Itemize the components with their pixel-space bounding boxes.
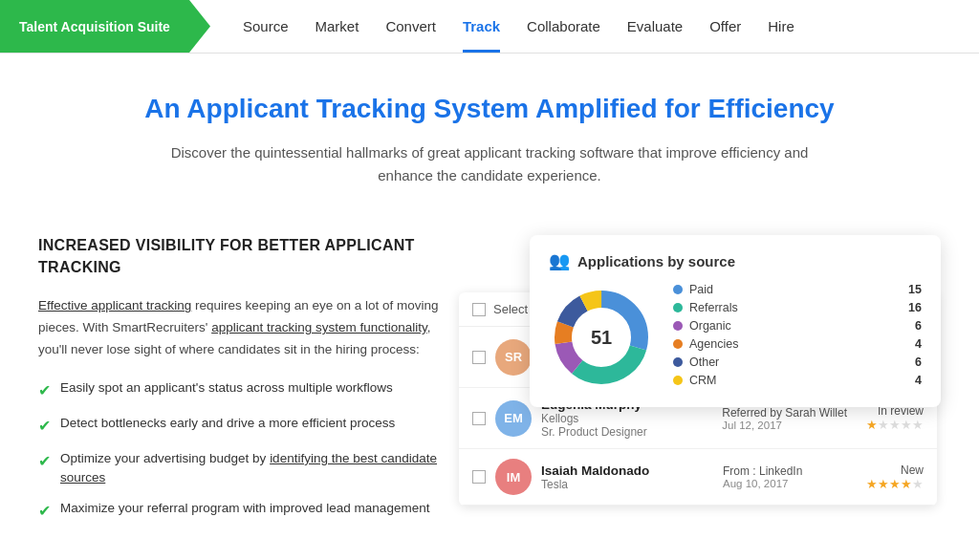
avatar-isaiah: IM xyxy=(495,459,532,495)
feature-item-3: ✔ Optimize your advertising budget by id… xyxy=(38,449,459,488)
legend-referrals: Referrals 16 xyxy=(673,301,922,314)
nav-market[interactable]: Market xyxy=(302,0,373,53)
legend-crm: CRM 4 xyxy=(673,374,922,387)
avatar-sara: SR xyxy=(495,339,532,376)
feature-text-1: Easily spot an applicant's status across… xyxy=(60,378,393,398)
feature-item-2: ✔ Detect bottlenecks early and drive a m… xyxy=(38,414,459,438)
header: Talent Acquisition Suite Source Market C… xyxy=(0,0,979,54)
nav-evaluate[interactable]: Evaluate xyxy=(614,0,696,53)
logo-text: Talent Acquisition Suite xyxy=(19,19,170,34)
check-icon-4: ✔ xyxy=(38,500,51,523)
logo-banner: Talent Acquisition Suite xyxy=(0,0,210,53)
source-isaiah: From : LinkedIn xyxy=(723,464,847,478)
section-heading: INCREASED VISIBILITY FOR BETTER APPLICAN… xyxy=(38,235,459,278)
nav-convert[interactable]: Convert xyxy=(372,0,449,53)
widget-title: Applications by source xyxy=(577,253,735,269)
checkbox-isaiah[interactable] xyxy=(472,470,486,484)
widget-legend: Paid 15 Referrals 16 Organic 6 Agencies … xyxy=(673,283,922,392)
select-all-checkbox[interactable] xyxy=(472,303,486,316)
feature-text-2: Detect bottlenecks early and drive a mor… xyxy=(60,414,395,433)
left-column: INCREASED VISIBILITY FOR BETTER APPLICAN… xyxy=(38,235,459,542)
avatar-eugenia: EM xyxy=(495,400,532,437)
status-label-isaiah: New xyxy=(857,463,924,477)
checkbox-eugenia[interactable] xyxy=(472,412,486,425)
date-eugenia: Jul 12, 2017 xyxy=(722,420,847,431)
right-column: 👥 Applications by source xyxy=(488,235,941,560)
nav-track[interactable]: Track xyxy=(449,0,513,53)
intro-text: Effective applicant tracking requires ke… xyxy=(38,295,459,361)
donut-total: 51 xyxy=(591,327,612,349)
people-icon: 👥 xyxy=(549,250,570,271)
date-isaiah: Aug 10, 2017 xyxy=(723,478,847,489)
nav-source[interactable]: Source xyxy=(229,0,302,53)
feature-text-4: Maximize your referral program with impr… xyxy=(60,499,429,518)
link-effective-tracking[interactable]: Effective applicant tracking xyxy=(38,298,191,312)
legend-other: Other 6 xyxy=(673,355,922,369)
legend-paid: Paid 15 xyxy=(673,283,922,296)
main-nav: Source Market Convert Track Collaborate … xyxy=(210,0,808,53)
candidate-row-isaiah: IM Isaiah Maldonado Tesla From : LinkedI… xyxy=(459,449,937,506)
candidate-title-eugenia: Sr. Product Designer xyxy=(541,425,712,439)
source-eugenia: Referred by Sarah Willet xyxy=(722,406,847,420)
feature-item-1: ✔ Easily spot an applicant's status acro… xyxy=(38,378,459,402)
stars-eugenia: ★★★★★ xyxy=(857,418,924,432)
status-isaiah: New ★★★★★ xyxy=(857,463,924,491)
nav-offer[interactable]: Offer xyxy=(696,0,754,53)
feature-text-3: Optimize your advertising budget by iden… xyxy=(60,449,459,488)
check-icon-2: ✔ xyxy=(38,415,51,438)
widget-header: 👥 Applications by source xyxy=(549,250,922,271)
check-icon-1: ✔ xyxy=(38,379,51,402)
stars-isaiah: ★★★★★ xyxy=(857,477,924,491)
applications-widget: 👥 Applications by source xyxy=(530,235,941,407)
content-section: INCREASED VISIBILITY FOR BETTER APPLICAN… xyxy=(0,206,979,560)
legend-organic: Organic 6 xyxy=(673,319,922,333)
candidate-name-isaiah: Isaiah Maldonado xyxy=(541,463,713,478)
donut-chart: 51 xyxy=(549,285,654,390)
nav-hire[interactable]: Hire xyxy=(754,0,808,53)
nav-collaborate[interactable]: Collaborate xyxy=(513,0,614,53)
legend-agencies: Agencies 4 xyxy=(673,337,922,351)
hero-subtitle: Discover the quintessential hallmarks of… xyxy=(155,141,824,187)
hero-section: An Applicant Tracking System Amplified f… xyxy=(0,54,979,206)
status-eugenia: In review ★★★★★ xyxy=(857,404,924,432)
candidate-company-eugenia: Kellogs xyxy=(541,412,712,425)
candidate-meta-isaiah: From : LinkedIn Aug 10, 2017 xyxy=(723,464,847,489)
check-icon-3: ✔ xyxy=(38,450,51,473)
feature-list: ✔ Easily spot an applicant's status acro… xyxy=(38,378,459,524)
feature-item-4: ✔ Maximize your referral program with im… xyxy=(38,499,459,523)
checkbox-sara[interactable] xyxy=(472,351,486,364)
candidate-company-isaiah: Tesla xyxy=(541,478,713,491)
candidate-meta-eugenia: Referred by Sarah Willet Jul 12, 2017 xyxy=(722,406,847,431)
hero-title: An Applicant Tracking System Amplified f… xyxy=(76,92,903,126)
widget-body: 51 Paid 15 Referrals 16 Organic 6 xyxy=(549,283,922,392)
candidate-info-isaiah: Isaiah Maldonado Tesla xyxy=(541,463,713,491)
link-candidate-sources[interactable]: identifying the best candidate sources xyxy=(60,451,437,485)
link-ats-functionality[interactable]: applicant tracking system functionality xyxy=(211,320,427,334)
